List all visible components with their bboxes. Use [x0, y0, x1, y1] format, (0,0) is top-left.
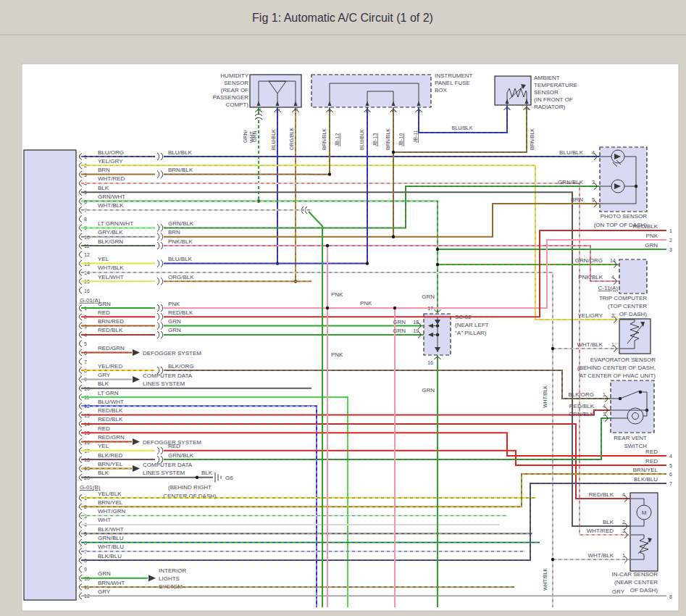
wire-color-label: GRY/BLK [98, 229, 123, 236]
pin-label: GRN/BLK [558, 179, 584, 186]
wire-color-label: BLU/BLK [168, 256, 193, 262]
floating-wire-label: GRN/ [243, 130, 248, 143]
wire-color-label: YEL/WHT [98, 274, 124, 280]
component-label: RADIATOR) [534, 104, 566, 110]
component-label: (TOP CENTER [608, 303, 647, 309]
wire-color-label: PNK/BLK [168, 238, 193, 245]
component-label: (NEAR LEFT [455, 322, 489, 328]
wire-color-label: BLK [98, 380, 109, 387]
junction-dot [551, 347, 554, 350]
pin-label: BRN/BLK [385, 128, 390, 150]
pin-number: 16 [427, 360, 433, 365]
pin-label: GRN/ORG [575, 257, 603, 264]
wire-color-label: WHT/GRN [98, 508, 125, 515]
edge-pin-number: 6 [669, 472, 672, 477]
component-label: (BEHIND CENTER OF DASH, [577, 365, 656, 371]
wire-color-label: BLK [201, 470, 213, 476]
wire-color-label: YEL [98, 443, 109, 449]
wire-color-label: RED/BLK [98, 327, 123, 333]
pin-label: YEL/GRY [577, 312, 603, 319]
pin-label: GRN [422, 294, 435, 300]
component-label: OF DASH) [630, 587, 658, 594]
system-label: LINES SYSTEM [143, 380, 185, 387]
wire-color-label: PNK [168, 301, 180, 307]
connector-pin-number: 9 [84, 567, 87, 572]
junction-dot [392, 151, 395, 154]
pin-label: GRY [612, 588, 625, 595]
pin-label: WHT/BLK [587, 552, 614, 559]
junction-dot [326, 307, 329, 309]
pin-label: RED [645, 449, 658, 455]
wire-color-label: BLK [98, 470, 109, 476]
pin-number: 1 [603, 392, 606, 397]
wire-color-label: BRN/YEL [98, 499, 123, 506]
wire-color-label: WHT/BLK [98, 202, 124, 209]
pin-label: BLU/BLK [359, 129, 364, 150]
pin-label: BLK/BLU [634, 476, 658, 483]
pin-number: 3 [592, 180, 595, 185]
left-connector-body [24, 150, 76, 600]
wire-color-label: GRN/BLK [168, 220, 194, 227]
wire-color-label: GRY [98, 588, 111, 595]
wire-color-label: GRN/BLU [98, 535, 124, 541]
edge-pin-number: 2 [669, 238, 672, 243]
pin-label: BLU/BLK [559, 149, 584, 156]
floating-wire-label: PNK [331, 291, 343, 298]
pin-number: 5 [391, 109, 396, 112]
component-label: SENSOR [224, 80, 248, 86]
component-label: "A" PILLAR) [455, 330, 487, 336]
pin-label: BLK [603, 519, 614, 525]
pin-label: PNK/BLK [578, 274, 603, 280]
pin-number: 1 [505, 107, 510, 110]
pin-label: BLU/BLK [271, 129, 276, 150]
floating-wire-label: PNK [360, 300, 372, 307]
wire-color-label: ORG/BLK [168, 274, 194, 280]
edge-pin-number: 3 [669, 247, 672, 252]
connector-pin-number: 16 [84, 288, 90, 294]
wire-color-label: GRN [98, 570, 111, 577]
edge-pin-number: 4 [669, 454, 672, 459]
wire-color-label: BRN/YEL [98, 461, 123, 467]
component-label: AT CENTER OF HVAC UNIT) [580, 372, 656, 379]
wire-color-label: WHT/BLU [98, 544, 124, 550]
trip-computer-box [619, 259, 647, 294]
fuse-tag: JB-13 [372, 133, 377, 146]
wire-color-label: BLU/BLK [452, 125, 473, 130]
wire-color-label: RED [98, 309, 110, 316]
component-label: SENSOR [534, 89, 559, 96]
pin-label: GRN [422, 387, 435, 394]
component-label: PHOTO SENSOR [601, 213, 648, 220]
wire-color-label: BRN/RED [98, 318, 124, 325]
pin-number: 4 [327, 109, 332, 112]
component-label: COMPT) [225, 101, 248, 108]
fuse-tag: JB-10 [398, 133, 403, 146]
pin-number: 4 [417, 109, 422, 112]
wire-color-label: GRN [168, 318, 181, 325]
component-label: SWITCH [624, 443, 647, 449]
wire-color-label: BRN/BLK [168, 167, 193, 173]
component-label: SC-02 [455, 314, 472, 320]
system-label: INTERIOR [159, 567, 186, 574]
pin-label: BLK/ORG [568, 391, 594, 398]
pin-number: 4 [603, 404, 606, 409]
pin-number: 14 [610, 258, 616, 263]
floating-wire-label: WHT/BLK [543, 386, 548, 408]
pin-label: RED/BLK [569, 403, 595, 409]
edge-pin-number: 7 [669, 481, 672, 486]
pin-number: 3 [622, 528, 625, 533]
wire-color-label: BLK [98, 185, 109, 191]
motor-symbol-label: M [642, 509, 647, 516]
system-label: LIGHTS [159, 575, 180, 582]
junction-dot [393, 307, 396, 309]
component-label: (NEAR CENTER [614, 579, 658, 586]
pin-number: 1 [622, 553, 625, 558]
wire-color-label: RED/GRN [98, 345, 125, 351]
wire-color-label: YEL/RED [98, 363, 122, 370]
pin-number: 3 [603, 412, 606, 417]
connector-name: C-11(A) [598, 285, 619, 291]
wire-color-label: RED/GRN [98, 434, 125, 441]
wire-color-label: YEL/BLK [98, 491, 122, 497]
pin-number: 17 [427, 306, 433, 311]
wire-color-label: GRN [98, 301, 111, 307]
wire-color-label: BLK/GRN [98, 238, 123, 245]
